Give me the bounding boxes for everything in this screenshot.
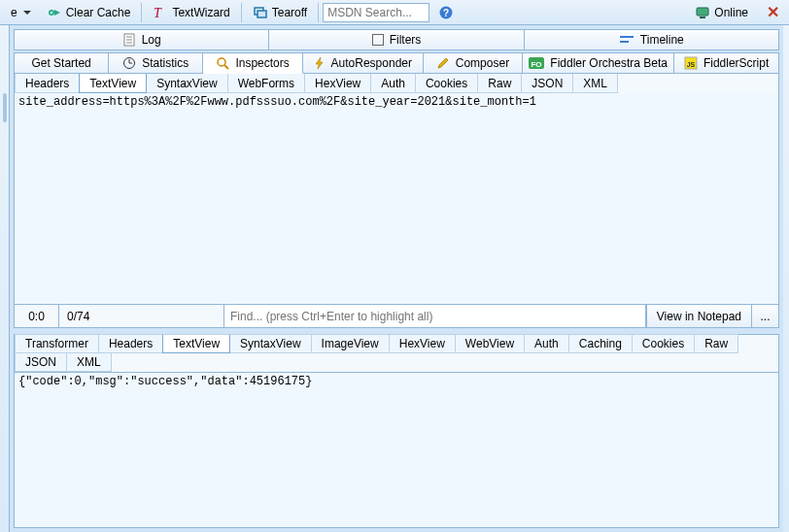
clear-cache-label: Clear Cache <box>66 6 131 19</box>
textwizard-button[interactable]: T TextWizard <box>146 2 236 23</box>
tearoff-button[interactable]: Tearoff <box>246 2 314 23</box>
textwizard-icon: T <box>153 5 168 20</box>
req-tab-syntaxview[interactable]: SyntaxView <box>146 74 227 93</box>
cursor-position: 0:0 <box>15 305 59 327</box>
resp-tab-imageview[interactable]: ImageView <box>311 334 390 353</box>
tab-filters-label: Filters <box>390 33 422 47</box>
clear-cache-button[interactable]: Clear Cache <box>40 2 138 23</box>
tab-autoresponder[interactable]: AutoResponder <box>303 52 424 74</box>
resp-tab-xml[interactable]: XML <box>66 352 112 372</box>
req-tab-json[interactable]: JSON <box>521 74 573 93</box>
close-button[interactable]: ✕ <box>761 3 785 21</box>
svg-text:?: ? <box>443 8 449 18</box>
resp-tab-transformer[interactable]: Transformer <box>15 334 99 353</box>
separator <box>241 3 242 22</box>
tab-composer-label: Composer <box>456 56 509 70</box>
response-inspector-tabs: Transformer Headers TextView SyntaxView … <box>14 334 779 373</box>
tab-statistics-label: Statistics <box>142 56 189 70</box>
selection-range: 0/74 <box>59 305 224 327</box>
resp-tab-headers[interactable]: Headers <box>98 334 163 353</box>
tab-get-started-label: Get Started <box>31 56 90 70</box>
svg-text:T: T <box>154 6 162 20</box>
pencil-icon <box>436 56 450 70</box>
tab-composer[interactable]: Composer <box>424 52 524 74</box>
svg-text:FO: FO <box>532 60 542 69</box>
tearoff-label: Tearoff <box>272 6 307 19</box>
resp-tab-syntaxview[interactable]: SyntaxView <box>229 334 311 353</box>
resp-tab-cookies[interactable]: Cookies <box>632 334 695 353</box>
toolbar: e Clear Cache T TextWizard Tearoff ? Onl… <box>0 0 789 25</box>
request-body-text: site_address=https%3A%2F%2Fwww.pdfsssuo.… <box>18 95 536 109</box>
right-edge <box>783 25 789 532</box>
tab-log-label: Log <box>142 33 161 47</box>
req-tab-cookies[interactable]: Cookies <box>415 74 478 93</box>
tab-inspectors-label: Inspectors <box>235 56 289 70</box>
tearoff-icon <box>253 5 268 20</box>
textwizard-label: TextWizard <box>172 6 229 19</box>
help-button[interactable]: ? <box>431 2 461 23</box>
help-icon: ? <box>438 5 454 20</box>
online-label: Online <box>714 6 748 19</box>
tab-timeline-label: Timeline <box>640 33 684 47</box>
svg-rect-4 <box>257 11 266 17</box>
more-button[interactable]: ... <box>751 305 778 327</box>
tab-inspectors[interactable]: Inspectors <box>203 52 303 74</box>
resp-tab-json[interactable]: JSON <box>15 352 67 372</box>
monitor-icon <box>695 5 710 20</box>
req-tab-raw[interactable]: Raw <box>477 74 522 93</box>
separator <box>318 3 319 22</box>
main-panel: Log Filters Timeline Get Started Statist… <box>10 25 783 532</box>
tab-log[interactable]: Log <box>14 29 269 50</box>
tab-statistics[interactable]: Statistics <box>109 52 203 74</box>
left-gutter[interactable] <box>0 25 10 532</box>
log-icon <box>122 33 136 47</box>
filters-checkbox-icon <box>372 34 384 46</box>
resp-tab-webview[interactable]: WebView <box>455 334 525 353</box>
menu-label: e <box>11 6 17 19</box>
timeline-icon <box>619 34 635 46</box>
req-tab-headers[interactable]: Headers <box>15 74 80 93</box>
lightning-icon <box>314 56 326 70</box>
svg-rect-8 <box>700 17 705 18</box>
response-textview[interactable]: {"code":0,"msg":"success","data":4519617… <box>14 373 779 528</box>
tab-fiddlerscript[interactable]: JS FiddlerScript <box>674 52 779 74</box>
tab-autoresponder-label: AutoResponder <box>331 56 412 70</box>
resp-tab-caching[interactable]: Caching <box>568 334 633 353</box>
req-tab-textview[interactable]: TextView <box>79 74 147 93</box>
separator <box>141 3 142 22</box>
msdn-search-input[interactable] <box>323 3 429 22</box>
resp-tab-auth[interactable]: Auth <box>524 334 569 353</box>
js-icon: JS <box>684 56 698 70</box>
tab-timeline[interactable]: Timeline <box>525 29 779 50</box>
request-textview[interactable]: site_address=https%3A%2F%2Fwww.pdfsssuo.… <box>14 93 779 305</box>
online-button[interactable]: Online <box>688 2 755 23</box>
resp-tab-textview[interactable]: TextView <box>162 334 230 353</box>
menu-dropdown[interactable]: e <box>4 2 38 23</box>
clock-icon <box>122 56 136 70</box>
tab-fiddlerscript-label: FiddlerScript <box>703 56 769 70</box>
resp-tab-raw[interactable]: Raw <box>694 334 738 353</box>
find-bar: 0:0 0/74 View in Notepad ... <box>14 305 779 328</box>
resp-tab-hexview[interactable]: HexView <box>389 334 456 353</box>
tab-get-started[interactable]: Get Started <box>14 52 109 74</box>
svg-line-19 <box>224 65 228 69</box>
response-body-text: {"code":0,"msg":"success","data":4519617… <box>18 375 312 388</box>
req-tab-hexview[interactable]: HexView <box>304 74 371 93</box>
tab-orchestra-label: Fiddler Orchestra Beta <box>550 56 668 70</box>
tab-filters[interactable]: Filters <box>269 29 524 50</box>
view-in-notepad-button[interactable]: View in Notepad <box>646 305 751 327</box>
find-input[interactable] <box>224 305 646 327</box>
tool-tabs: Get Started Statistics Inspectors AutoRe… <box>14 52 779 74</box>
clear-cache-icon <box>47 5 62 20</box>
svg-rect-7 <box>697 8 708 16</box>
view-tabs: Log Filters Timeline <box>14 29 779 50</box>
request-inspector-tabs: Headers TextView SyntaxView WebForms Hex… <box>14 74 779 93</box>
magnifier-icon <box>216 56 229 70</box>
req-tab-auth[interactable]: Auth <box>370 74 416 93</box>
req-tab-xml[interactable]: XML <box>572 74 618 93</box>
tab-orchestra[interactable]: FO Fiddler Orchestra Beta <box>523 52 674 74</box>
req-tab-webforms[interactable]: WebForms <box>227 74 305 93</box>
fo-icon: FO <box>529 56 544 70</box>
svg-text:JS: JS <box>687 61 696 68</box>
svg-point-18 <box>218 58 225 66</box>
